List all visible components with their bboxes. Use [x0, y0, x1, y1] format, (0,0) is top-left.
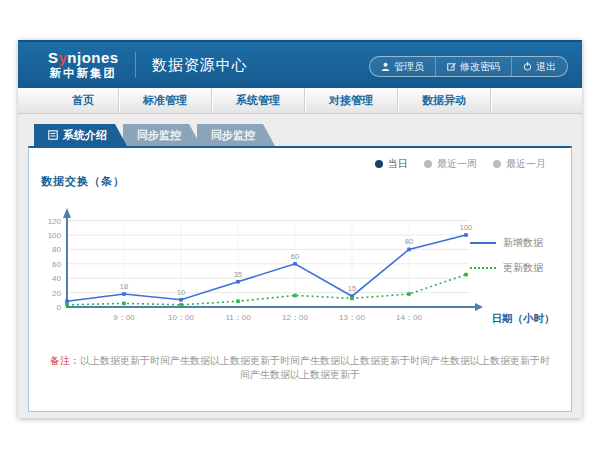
edit-icon: [447, 62, 456, 71]
x-axis-arrow: [475, 303, 483, 311]
legend-updated-data: 更新数据: [470, 261, 543, 275]
user-icon: [381, 62, 390, 71]
legend-line-solid: [470, 242, 496, 244]
brand-logo: Synjones 新中新集团: [48, 50, 119, 79]
legend-label: 更新数据: [503, 261, 543, 275]
data-point: [65, 299, 69, 303]
data-point: [293, 262, 297, 266]
x-tick-label: 11：00: [225, 313, 251, 322]
x-tick-label: 13：00: [339, 313, 365, 322]
filter-today[interactable]: 当日: [375, 157, 408, 171]
data-point: [179, 298, 183, 302]
filter-last-week[interactable]: 最近一周: [424, 157, 477, 171]
footnote-prefix: 备注：: [50, 355, 80, 366]
brand-logo-en: Synjones: [48, 50, 119, 67]
x-tick-label: 14：00: [396, 313, 422, 322]
data-point: [179, 303, 183, 307]
y-tick-label: 120: [48, 217, 62, 226]
data-point: [122, 302, 126, 306]
y-axis-arrow: [63, 208, 71, 218]
brand-logo-accent: y: [59, 49, 68, 66]
admin-button[interactable]: 管理员: [370, 57, 435, 76]
header-divider: [135, 52, 136, 78]
change-password-label: 修改密码: [460, 60, 500, 74]
nav-item-home[interactable]: 首页: [48, 88, 119, 113]
filter-label: 最近一月: [506, 157, 546, 171]
tab-system-intro[interactable]: 系统介绍: [34, 124, 127, 146]
footnote: 备注：以上数据更新于时间产生数据以上数据更新于时间产生数据以上数据更新于时间产生…: [29, 354, 571, 382]
power-icon: [523, 62, 532, 71]
data-point: [236, 280, 240, 284]
radio-dot: [493, 160, 501, 168]
data-point: [350, 297, 354, 301]
y-tick-label: 100: [48, 231, 62, 240]
point-label: 60: [291, 252, 299, 261]
app-title: 数据资源中心: [152, 56, 248, 75]
data-point: [236, 299, 240, 303]
content-area: 系统介绍 同步监控 同步监控 当日 最近一周: [18, 114, 582, 418]
point-label: 80: [405, 237, 413, 246]
tab-sync-monitor-1[interactable]: 同步监控: [123, 124, 201, 146]
y-tick-label: 60: [52, 260, 61, 269]
legend-label: 新增数据: [503, 236, 543, 250]
admin-label: 管理员: [394, 60, 424, 74]
footnote-text: 以上数据更新于时间产生数据以上数据更新于时间产生数据以上数据更新于时间产生数据以…: [80, 355, 550, 380]
point-label: 100: [460, 223, 473, 232]
point-label: 35: [234, 270, 242, 279]
nav-item-integration[interactable]: 对接管理: [305, 88, 398, 113]
time-range-filters: 当日 最近一周 最近一月: [375, 157, 546, 171]
x-tick-label: 12：00: [282, 313, 308, 322]
y-tick-label: 20: [52, 289, 61, 298]
y-axis-title: 数据交换（条）: [41, 174, 125, 189]
change-password-button[interactable]: 修改密码: [435, 57, 511, 76]
radio-dot: [375, 160, 383, 168]
chart-legend: 新增数据 更新数据: [470, 236, 543, 275]
nav-item-system[interactable]: 系统管理: [212, 88, 305, 113]
data-point: [407, 292, 411, 296]
nav-item-standards[interactable]: 标准管理: [119, 88, 212, 113]
y-tick-label: 40: [52, 274, 61, 283]
main-nav: 首页 标准管理 系统管理 对接管理 数据异动: [18, 88, 582, 114]
legend-line-dotted: [470, 267, 496, 269]
tab-label: 系统介绍: [63, 128, 107, 143]
data-point: [464, 233, 468, 237]
y-tick-label: 0: [57, 303, 62, 312]
filter-last-month[interactable]: 最近一月: [493, 157, 546, 171]
data-point: [293, 294, 297, 298]
tab-label: 同步监控: [211, 128, 255, 143]
filter-label: 当日: [388, 157, 408, 171]
radio-dot: [424, 160, 432, 168]
brand-logo-cn: 新中新集团: [48, 67, 119, 80]
data-point: [65, 303, 69, 307]
point-label: 18: [120, 282, 128, 291]
point-label: 15: [348, 284, 356, 293]
tab-bar: 系统介绍 同步监控 同步监控: [34, 124, 582, 146]
data-point: [122, 292, 126, 296]
legend-new-data: 新增数据: [470, 236, 543, 250]
x-axis-title: 日期（小时）: [492, 312, 555, 325]
user-toolbar: 管理员 修改密码 退出: [369, 56, 568, 77]
data-point: [464, 273, 468, 277]
x-tick-label: 9：00: [113, 313, 135, 322]
data-point: [407, 248, 411, 252]
point-label: 10: [177, 288, 185, 297]
tab-label: 同步监控: [137, 128, 181, 143]
chart-panel: 当日 最近一周 最近一月 数据交换（条） 0204060801001209：00…: [28, 146, 572, 412]
nav-item-data-change[interactable]: 数据异动: [398, 88, 491, 113]
tab-sync-monitor-2[interactable]: 同步监控: [197, 124, 275, 146]
document-icon: [48, 130, 58, 140]
app-header: Synjones 新中新集团 数据资源中心 管理员 修改密码: [18, 40, 582, 88]
page-frame: Synjones 新中新集团 数据资源中心 管理员 修改密码: [18, 40, 582, 418]
filter-label: 最近一周: [437, 157, 477, 171]
logout-button[interactable]: 退出: [511, 57, 567, 76]
logout-label: 退出: [536, 60, 556, 74]
x-tick-label: 10：00: [168, 313, 194, 322]
y-tick-label: 80: [52, 245, 61, 254]
